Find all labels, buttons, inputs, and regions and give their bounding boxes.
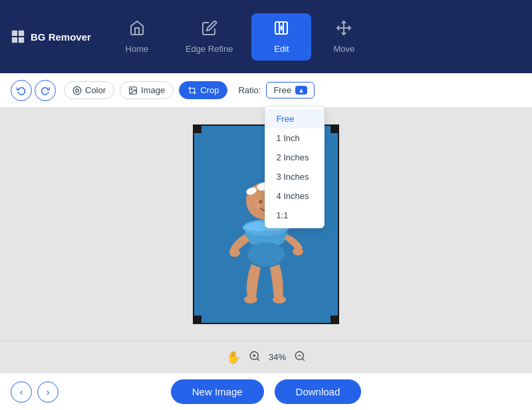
image-button[interactable]: Image [120, 81, 174, 99]
image-icon [128, 86, 138, 95]
main-content: Color Image Crop Ratio: Free ▲ [0, 73, 532, 410]
svg-line-33 [303, 358, 305, 360]
dropdown-item-3inches[interactable]: 3 Inches [265, 167, 324, 186]
prev-icon: ‹ [20, 387, 23, 397]
svg-point-20 [259, 200, 263, 204]
svg-point-22 [254, 204, 261, 208]
svg-point-9 [73, 87, 81, 95]
ratio-dropdown: Free 1 Inch 2 Inches 3 Inches 4 Inches 1… [265, 106, 325, 228]
nav-edge-refine-label: Edge Refine [186, 44, 233, 54]
footer: ‹ › New Image Download [0, 373, 532, 410]
ratio-label: Ratio: [238, 85, 261, 95]
dropdown-item-2inches[interactable]: 2 Inches [265, 148, 324, 167]
color-button[interactable]: Color [64, 81, 114, 99]
crop-label: Crop [200, 85, 219, 95]
svg-rect-3 [19, 37, 24, 43]
next-button[interactable]: › [37, 381, 59, 403]
ratio-arrow-icon: ▲ [295, 86, 307, 95]
nav-item-edge-refine[interactable]: Edge Refine [170, 13, 249, 61]
next-icon: › [47, 387, 50, 397]
zoom-bar: ✋ 34% [0, 341, 532, 373]
svg-point-24 [229, 249, 240, 257]
download-label: Download [296, 386, 340, 397]
svg-point-12 [131, 89, 132, 90]
dropdown-item-1inch[interactable]: 1 Inch [265, 128, 324, 148]
ratio-select[interactable]: Free ▲ [266, 82, 315, 99]
app-logo: BG Remover [11, 29, 91, 44]
dropdown-item-free[interactable]: Free [265, 109, 324, 128]
svg-point-25 [293, 248, 303, 256]
header: BG Remover Home Edge Refine [0, 0, 532, 73]
toolbar: Color Image Crop Ratio: Free ▲ [0, 73, 532, 108]
nav-home-label: Home [126, 44, 149, 54]
download-button[interactable]: Download [275, 379, 362, 404]
nav-item-home[interactable]: Home [107, 13, 167, 61]
svg-line-29 [257, 358, 259, 360]
svg-rect-0 [12, 31, 17, 36]
dropdown-item-4inches[interactable]: 4 Inches [265, 186, 324, 206]
nav-item-edit[interactable]: Edit [251, 13, 311, 61]
svg-point-10 [76, 89, 79, 92]
svg-rect-2 [12, 37, 17, 43]
nav-move-label: Move [334, 44, 355, 54]
new-image-button[interactable]: New Image [171, 379, 264, 404]
prev-button[interactable]: ‹ [11, 381, 32, 403]
nav-edit-label: Edit [274, 44, 289, 54]
ratio-area: Ratio: Free ▲ Free 1 Inch 2 Inches 3 Inc… [238, 82, 315, 99]
ratio-value: Free [273, 85, 291, 95]
footer-nav: ‹ › [11, 381, 59, 403]
new-image-label: New Image [192, 386, 243, 397]
crop-icon [188, 86, 197, 95]
zoom-percent: 34% [269, 352, 286, 362]
svg-point-26 [244, 296, 257, 304]
edit-icon [273, 20, 289, 40]
redo-button[interactable] [35, 80, 56, 101]
nav-item-move[interactable]: Move [314, 13, 374, 61]
svg-point-27 [273, 296, 286, 304]
undo-button[interactable] [11, 80, 32, 101]
svg-rect-1 [19, 31, 24, 36]
main-nav: Home Edge Refine Edit [107, 13, 521, 61]
crop-button[interactable]: Crop [179, 81, 227, 99]
move-icon [336, 20, 352, 40]
zoom-out-icon[interactable] [294, 350, 306, 365]
undo-redo-group [11, 80, 56, 101]
home-icon [129, 20, 145, 40]
logo-icon [11, 29, 25, 44]
dropdown-item-1-1[interactable]: 1:1 [265, 206, 324, 225]
color-icon [72, 86, 82, 95]
svg-point-16 [247, 242, 285, 266]
hand-tool-icon[interactable]: ✋ [226, 350, 241, 365]
color-label: Color [85, 85, 106, 95]
edge-refine-icon [201, 20, 217, 40]
image-label: Image [141, 85, 165, 95]
app-title: BG Remover [31, 31, 91, 43]
zoom-in-icon[interactable] [249, 350, 261, 365]
